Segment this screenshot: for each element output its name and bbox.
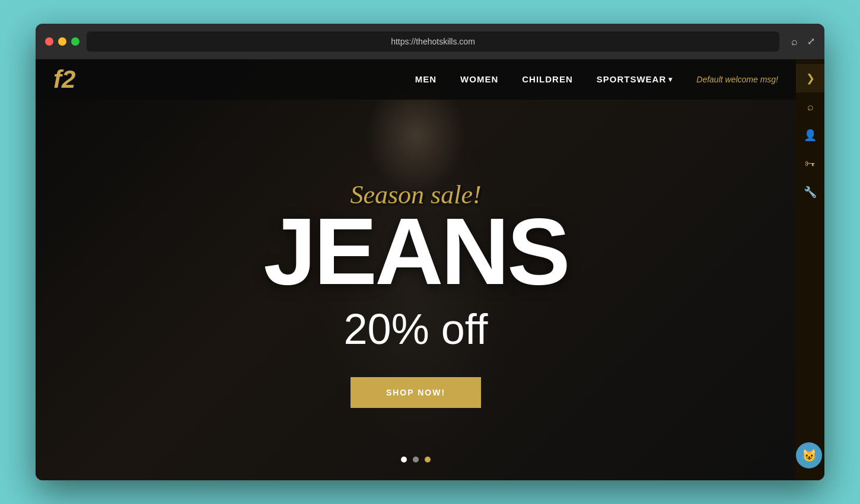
site-logo: f2 bbox=[53, 65, 75, 94]
carousel-dot-2[interactable] bbox=[413, 457, 419, 462]
address-bar[interactable]: https://thehotskills.com bbox=[87, 31, 779, 52]
hero-subtitle: 20% off bbox=[344, 305, 488, 353]
sportswear-label: SPORTSWEAR bbox=[597, 74, 667, 84]
hero-title: JEANS bbox=[263, 204, 568, 299]
chevron-down-icon: ▾ bbox=[668, 75, 673, 84]
browser-actions: ⌕ ⤢ bbox=[791, 36, 815, 48]
nav-link-sportswear[interactable]: SPORTSWEAR ▾ bbox=[597, 74, 673, 84]
nav-links: MEN WOMEN CHILDREN SPORTSWEAR ▾ bbox=[415, 74, 673, 85]
search-browser-icon[interactable]: ⌕ bbox=[791, 36, 798, 48]
website-content: f2 MEN WOMEN CHILDREN SPORTSWEAR ▾ bbox=[36, 59, 796, 480]
traffic-lights bbox=[45, 37, 79, 46]
close-button[interactable] bbox=[45, 37, 53, 46]
sidebar-chevron-icon[interactable]: ❯ bbox=[796, 64, 824, 92]
browser-chrome: https://thehotskills.com ⌕ ⤢ bbox=[36, 24, 824, 59]
sidebar-user-icon[interactable]: 👤 bbox=[796, 121, 824, 149]
nav-item-children[interactable]: CHILDREN bbox=[522, 74, 573, 85]
minimize-button[interactable] bbox=[58, 37, 66, 46]
nav-item-sportswear[interactable]: SPORTSWEAR ▾ bbox=[597, 74, 673, 85]
right-sidebar: ❯ ⌕ 👤 🗝 🔧 😺 bbox=[796, 59, 824, 480]
logo-2: 2 bbox=[62, 65, 75, 93]
carousel-dot-1[interactable] bbox=[401, 457, 407, 462]
chat-bubble-button[interactable]: 😺 bbox=[796, 442, 822, 468]
welcome-message: Default welcome msg! bbox=[696, 75, 778, 84]
nav-link-children[interactable]: CHILDREN bbox=[522, 74, 573, 84]
sidebar-search-icon[interactable]: ⌕ bbox=[796, 92, 824, 121]
fullscreen-icon[interactable]: ⤢ bbox=[807, 36, 815, 48]
carousel-dots bbox=[401, 457, 431, 462]
hero-section: Season sale! JEANS 20% off SHOP NOW! bbox=[36, 59, 796, 480]
site-nav: f2 MEN WOMEN CHILDREN SPORTSWEAR ▾ bbox=[36, 59, 796, 100]
carousel-dot-3[interactable] bbox=[425, 457, 431, 462]
shop-now-button[interactable]: SHOP NOW! bbox=[351, 377, 481, 408]
logo-f: f bbox=[53, 65, 62, 93]
nav-link-men[interactable]: MEN bbox=[415, 74, 437, 84]
sidebar-key-icon[interactable]: 🗝 bbox=[796, 149, 824, 178]
chat-icon: 😺 bbox=[802, 448, 817, 462]
nav-item-men[interactable]: MEN bbox=[415, 74, 437, 85]
browser-window: https://thehotskills.com ⌕ ⤢ f2 MEN WOME… bbox=[36, 24, 824, 480]
url-text: https://thehotskills.com bbox=[391, 37, 475, 46]
nav-item-women[interactable]: WOMEN bbox=[460, 74, 498, 85]
sidebar-settings-icon[interactable]: 🔧 bbox=[796, 178, 824, 206]
maximize-button[interactable] bbox=[71, 37, 79, 46]
nav-link-women[interactable]: WOMEN bbox=[460, 74, 498, 84]
